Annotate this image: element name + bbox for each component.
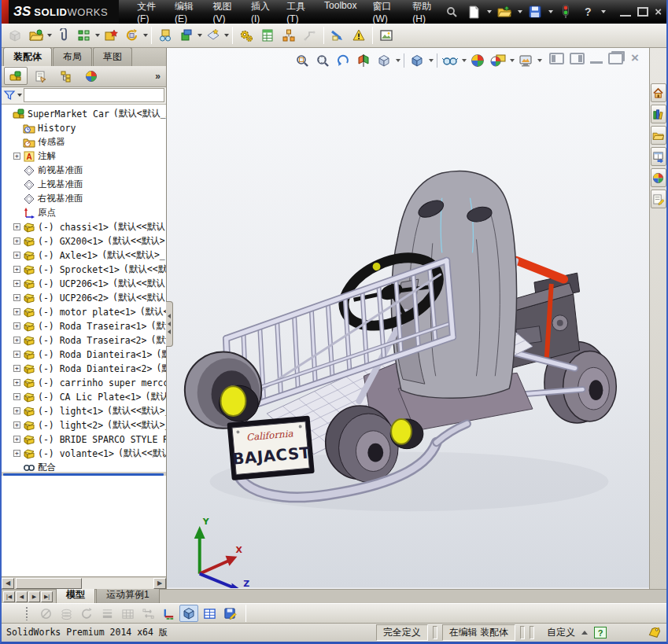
tree-row[interactable]: + (-) Roda Dianteira<2> (默 xyxy=(3,362,166,376)
tab-prev-button[interactable]: ◀ xyxy=(16,591,28,602)
tree-row[interactable]: + (-) chassi<1> (默认<<默认 xyxy=(3,220,166,234)
tree-row[interactable]: + (-) Sprocket<1> (默认<<默 xyxy=(3,263,166,277)
help-button[interactable]: ? xyxy=(578,3,597,20)
open-document-dropdown[interactable] xyxy=(518,10,522,13)
expand-box[interactable]: + xyxy=(13,153,20,160)
move-component-dropdown[interactable] xyxy=(143,34,148,37)
view-settings-icon[interactable] xyxy=(516,52,535,69)
feature-manager-tab-icon[interactable] xyxy=(4,67,28,85)
section-view-icon[interactable] xyxy=(354,52,373,69)
tree-row[interactable]: + (-) CA Lic Plate<1> (默认 xyxy=(3,390,166,404)
reference-geometry-dropdown[interactable] xyxy=(224,34,229,37)
scroll-track[interactable] xyxy=(82,578,153,589)
document-tab[interactable]: 运动算例1 xyxy=(96,587,160,603)
document-tab[interactable]: 模型 xyxy=(56,587,95,603)
collapse-pane-left-icon[interactable] xyxy=(549,53,564,64)
open-part-icon[interactable] xyxy=(26,25,46,46)
tree-row[interactable]: + (-) carrinho super mercca xyxy=(3,376,166,390)
quick-tips-button[interactable]: ? xyxy=(594,627,607,638)
insert-component-icon[interactable] xyxy=(5,25,25,46)
tab-next-button[interactable]: ▶ xyxy=(28,591,40,602)
doc-minimize-icon[interactable] xyxy=(590,54,603,64)
view-orientation-dropdown[interactable] xyxy=(396,59,400,62)
expand-box[interactable]: + xyxy=(13,407,20,414)
apply-scene-icon[interactable] xyxy=(489,52,507,69)
filter-dropdown[interactable] xyxy=(17,94,22,97)
layers-icon[interactable] xyxy=(57,605,76,622)
panel-tabs-overflow-chevron[interactable]: » xyxy=(155,71,164,82)
apply-scene-dropdown[interactable] xyxy=(510,59,515,62)
exploded-view-icon[interactable] xyxy=(279,25,299,46)
tree-row[interactable]: + 原点 xyxy=(3,206,166,220)
save-button[interactable] xyxy=(526,3,544,20)
tab-last-button[interactable]: ▶| xyxy=(41,591,53,602)
open-part-dropdown[interactable] xyxy=(47,34,52,37)
doc-restore-icon[interactable] xyxy=(608,53,623,64)
tree-row[interactable]: + (-) Axle<1> (默认<<默认>_ xyxy=(3,248,166,263)
doc-close-icon[interactable]: × xyxy=(629,53,641,64)
tree-row[interactable]: + 上视基准面 xyxy=(3,178,166,192)
command-tab[interactable]: 布局 xyxy=(53,47,92,66)
line-weights-icon[interactable] xyxy=(98,605,116,622)
expand-box[interactable]: + xyxy=(13,393,20,400)
new-document-dropdown[interactable] xyxy=(487,10,492,13)
expand-box[interactable]: + xyxy=(13,280,20,287)
expand-box[interactable]: + xyxy=(13,252,20,259)
solidworks-resources-icon[interactable] xyxy=(651,83,666,102)
expand-box[interactable]: + xyxy=(13,308,20,315)
bill-of-materials-icon[interactable] xyxy=(257,25,278,46)
scroll-right-arrow[interactable]: ▶ xyxy=(153,578,166,589)
expand-box[interactable]: + xyxy=(13,337,20,344)
status-expand-icon[interactable] xyxy=(581,631,588,635)
mate-icon[interactable] xyxy=(53,25,73,46)
tree-row[interactable]: + A 注解 xyxy=(3,149,166,164)
command-tab[interactable]: 草图 xyxy=(93,47,132,66)
tree-row[interactable]: + 前视基准面 xyxy=(3,164,166,178)
tree-row[interactable]: + (-) motor plate<1> (默认< xyxy=(3,305,166,319)
equation-table-icon[interactable] xyxy=(200,605,219,622)
display-style-dropdown[interactable] xyxy=(429,59,434,62)
tree-row[interactable]: + (-) UCP206<2> (默认<<默认 xyxy=(3,291,166,305)
tree-row[interactable]: + SuperMarket Car (默认<默认_显 xyxy=(3,107,166,121)
tree-row[interactable]: + (-) BRIDE SPARCO STYLE RA xyxy=(3,432,166,447)
file-explorer-icon[interactable] xyxy=(651,126,666,145)
previous-view-icon[interactable] xyxy=(334,52,352,69)
edit-appearance-icon[interactable] xyxy=(468,52,487,69)
tree-row[interactable]: + (-) volante<1> (默认<<默认 xyxy=(3,447,166,461)
open-document-button[interactable] xyxy=(495,3,514,20)
search-icon[interactable] xyxy=(442,3,461,20)
tree-horizontal-scrollbar[interactable]: ◀ ▶ xyxy=(2,576,166,589)
custom-properties-icon[interactable] xyxy=(651,190,666,208)
scroll-thumb[interactable] xyxy=(16,578,82,589)
tree-row[interactable]: + 配合 xyxy=(3,461,166,472)
scroll-left-arrow[interactable]: ◀ xyxy=(2,578,14,589)
display-style-icon[interactable] xyxy=(408,52,426,69)
tag-icon[interactable] xyxy=(648,627,662,638)
hide-show-items-icon[interactable] xyxy=(441,52,459,69)
take-snapshot-icon[interactable] xyxy=(376,25,397,46)
zoom-to-area-icon[interactable] xyxy=(313,52,332,69)
tab-first-button[interactable]: |◀ xyxy=(3,591,15,602)
close-button[interactable]: × xyxy=(655,7,662,17)
expand-box[interactable]: + xyxy=(13,322,20,329)
minimize-button[interactable] xyxy=(620,7,631,17)
assembly-xpert-icon[interactable] xyxy=(349,25,369,46)
maximize-button[interactable] xyxy=(637,7,648,17)
tree-filter-input[interactable] xyxy=(24,88,164,102)
view-palette-icon[interactable] xyxy=(651,147,666,166)
expand-box[interactable]: + xyxy=(13,223,20,230)
toolbar-grip[interactable] xyxy=(25,606,28,620)
tree-row[interactable]: + (-) Roda Traseira<2> (默认 xyxy=(3,333,166,348)
expand-box[interactable]: + xyxy=(13,450,20,457)
shaded-with-edges-icon[interactable] xyxy=(179,605,198,622)
zoom-to-fit-icon[interactable] xyxy=(293,52,312,69)
motion-study-icon[interactable] xyxy=(236,25,256,46)
appearances-scenes-icon[interactable] xyxy=(651,168,666,187)
swap-views-icon[interactable] xyxy=(138,605,157,622)
design-library-icon[interactable] xyxy=(651,105,666,123)
tree-row[interactable]: + (-) Roda Traseira<1> (默认 xyxy=(3,319,166,333)
expand-box[interactable]: + xyxy=(13,266,20,273)
tree-row[interactable]: + (-) Roda Dianteira<1> (默 xyxy=(3,348,166,362)
configuration-manager-tab-icon[interactable] xyxy=(54,67,78,85)
expand-box[interactable]: + xyxy=(13,379,20,386)
